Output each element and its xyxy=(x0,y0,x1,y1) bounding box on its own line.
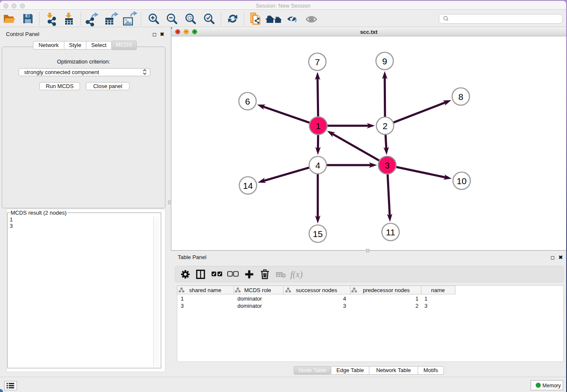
svg-text:dominator: dominator xyxy=(237,295,262,302)
svg-text:4: 4 xyxy=(343,295,346,302)
svg-text:3: 3 xyxy=(424,303,427,309)
svg-text:predecessor nodes: predecessor nodes xyxy=(363,287,410,293)
svg-text:name: name xyxy=(431,287,445,293)
svg-text:successor nodes: successor nodes xyxy=(296,287,337,293)
svg-text:14: 14 xyxy=(243,181,253,190)
svg-text:10: 10 xyxy=(457,176,466,186)
svg-text:11: 11 xyxy=(386,227,395,237)
svg-text:8: 8 xyxy=(458,92,463,102)
svg-text:4: 4 xyxy=(315,160,320,170)
svg-text:1: 1 xyxy=(316,121,321,131)
svg-text:2: 2 xyxy=(383,121,388,131)
svg-text:1: 1 xyxy=(424,295,427,302)
svg-text:MCDS role: MCDS role xyxy=(244,287,271,293)
svg-text:3: 3 xyxy=(181,303,184,309)
svg-text:1: 1 xyxy=(416,295,418,302)
svg-text:f(x): f(x) xyxy=(290,269,303,279)
svg-text:7: 7 xyxy=(315,57,320,67)
svg-text:9: 9 xyxy=(382,56,387,66)
svg-text:1: 1 xyxy=(181,295,184,302)
svg-text:dominator: dominator xyxy=(237,303,262,309)
svg-text:3: 3 xyxy=(385,160,390,170)
svg-text:2: 2 xyxy=(416,303,418,309)
svg-text:shared name: shared name xyxy=(189,287,221,293)
svg-text:15: 15 xyxy=(313,229,322,239)
svg-text:6: 6 xyxy=(245,97,250,106)
svg-text:3: 3 xyxy=(343,303,346,309)
